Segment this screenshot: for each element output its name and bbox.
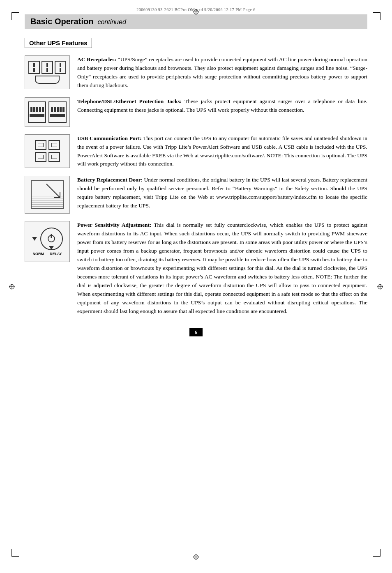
power-sensitivity-body: This dial is normally set fully counterc… (77, 222, 367, 314)
page-number: 6 (189, 328, 203, 336)
power-labels: NORM DELAY (32, 252, 62, 256)
battery-icon (25, 176, 70, 214)
down-arrow-icon (32, 237, 37, 241)
ac-icon-graphic (25, 56, 69, 89)
section-subtitle: continued (97, 18, 126, 26)
power-label-delay: DELAY (50, 252, 62, 256)
battery-icon-graphic (25, 176, 69, 213)
feature-row-ac: AC Receptacles: “UPS/Surge” receptacles … (25, 55, 367, 90)
feature-row-dsl: Telephone/DSL/Ethernet Protection Jacks:… (25, 97, 367, 127)
usb-icon-graphic (25, 135, 69, 168)
dial-circle-icon (40, 228, 63, 250)
usb-icon (25, 134, 70, 168)
features-container: AC Receptacles: “UPS/Surge” receptacles … (25, 55, 367, 316)
cross-bottom-mark (193, 554, 199, 560)
dial-down-arrow-icon (49, 246, 54, 250)
section-title: Basic Operation (30, 17, 93, 26)
feature-row-battery: Battery Replacement Door: Under normal c… (25, 176, 367, 214)
power-label-norm: NORM (32, 252, 44, 256)
cross-top-mark (193, 9, 199, 15)
dsl-icon-graphic (25, 98, 69, 127)
ac-receptacles-body: “UPS/Surge” receptacles are used to prov… (77, 56, 367, 88)
dsl-icon (25, 97, 70, 127)
power-sensitivity-icon: NORM DELAY (25, 221, 70, 262)
power-sensitivity-text: Power Sensitivity Adjustment: This dial … (77, 221, 367, 315)
feature-row-power: NORM DELAY Power Sensitivity Adjustment:… (25, 221, 367, 315)
battery-text: Battery Replacement Door: Under normal c… (77, 176, 367, 210)
ac-receptacles-icon (25, 55, 70, 89)
usb-text: USB Communication Port: This port can co… (77, 134, 367, 169)
corner-tl-mark (12, 12, 19, 20)
section-header: Basic Operation continued (25, 14, 367, 29)
corner-tr-mark (373, 12, 380, 20)
corner-br-mark (373, 549, 380, 557)
ac-receptacles-title: AC Receptacles: (77, 56, 116, 62)
page-wrapper: 200609130 93-2621 BCPro OM.qxd 9/20/2006… (0, 0, 392, 573)
dsl-title: Telephone/DSL/Ethernet Protection Jacks: (77, 98, 182, 104)
battery-title: Battery Replacement Door: (77, 177, 143, 183)
subsection-header: Other UPS Features (25, 38, 92, 48)
corner-bl-mark (12, 549, 19, 557)
power-icon-graphic: NORM DELAY (25, 222, 69, 261)
power-sensitivity-title: Power Sensitivity Adjustment: (77, 222, 152, 228)
page-number-area: 6 (25, 328, 367, 336)
svg-line-0 (46, 184, 60, 198)
cross-right-mark (377, 284, 383, 290)
ac-receptacles-text: AC Receptacles: “UPS/Surge” receptacles … (77, 55, 367, 90)
cross-left-mark (9, 284, 15, 290)
feature-row-usb: USB Communication Port: This port can co… (25, 134, 367, 169)
power-symbol-icon (48, 235, 55, 242)
dsl-text: Telephone/DSL/Ethernet Protection Jacks:… (77, 97, 367, 115)
usb-title: USB Communication Port: (77, 135, 142, 141)
